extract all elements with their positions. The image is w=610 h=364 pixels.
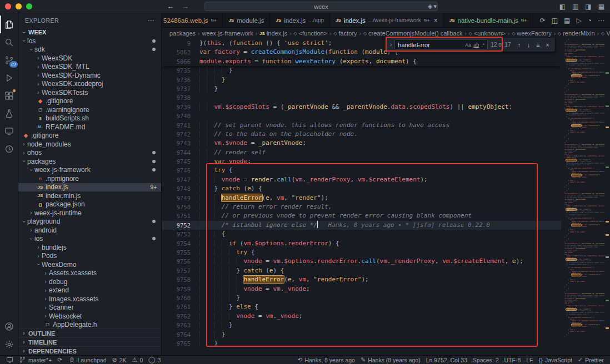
status-git-branch[interactable]: master*+	[16, 356, 54, 363]
run-file-icon[interactable]: ▷	[577, 17, 582, 24]
activity-item-source-control[interactable]: 29	[0, 51, 18, 69]
layout-editor-icon[interactable]: ▤	[564, 17, 570, 24]
tree-item-Scanner[interactable]: ›Scanner	[18, 304, 161, 312]
tree-item-.npmignore[interactable]: n.npmignore	[18, 174, 161, 183]
command-center-search[interactable]: weex	[204, 2, 438, 11]
overview-ruler[interactable]	[604, 39, 610, 355]
breadcrumb-item[interactable]: ◇renderMixin	[558, 30, 595, 37]
section-outline[interactable]: ›OUTLINE	[18, 328, 161, 337]
tree-item-.warningignore[interactable]: ▢.warningignore	[18, 105, 161, 114]
status-launchpad[interactable]: Launchpad	[66, 356, 109, 363]
sidebar-more-actions-icon[interactable]: ⋯	[148, 17, 155, 24]
status-problems-warnings[interactable]: ⚠0	[129, 356, 146, 363]
breadcrumb-item[interactable]: ◇<function>	[294, 30, 328, 37]
tree-item-extend[interactable]: ›extend	[18, 286, 161, 295]
status-encoding[interactable]: UTF-8	[502, 356, 524, 363]
tab-52486a6.web.js[interactable]: 52486a6.web.js9+	[162, 13, 223, 27]
tree-item-WeexSDKTests[interactable]: ›WeexSDKTests	[18, 88, 161, 97]
tree-item-packages[interactable]: ›packages	[18, 157, 161, 166]
activity-item-settings[interactable]	[0, 335, 18, 353]
tree-item-.gitignore[interactable]: ◆.gitignore	[18, 132, 161, 140]
activity-item-testing[interactable]	[0, 104, 18, 122]
open-changes-icon[interactable]: ◔	[588, 17, 592, 24]
tree-item-AppDelegate.h[interactable]: ▢AppDelegate.h	[18, 321, 161, 329]
navigate-forward-icon[interactable]: →	[182, 2, 189, 11]
match-case-toggle[interactable]: Aa	[465, 42, 471, 48]
close-tab-icon[interactable]: ×	[434, 17, 438, 24]
tab-native-bundle-main.js[interactable]: JSnative-bundle-main.js9+	[444, 13, 533, 27]
find-in-selection-icon[interactable]: ≡	[533, 42, 543, 48]
toggle-primary-sidebar-icon[interactable]: ◧	[559, 3, 566, 11]
status-language-mode[interactable]: {}JavaScript	[536, 356, 575, 363]
tree-item-WeexDemo[interactable]: ›WeexDemo	[18, 260, 161, 269]
status-blame-summary[interactable]: ⟲Hanks, 8 years ago	[294, 356, 358, 363]
tree-item-android[interactable]: ›android	[18, 226, 161, 235]
tree-item-index.min.js[interactable]: JSindex.min.js	[18, 191, 161, 200]
tree-item-ios[interactable]: ›ios	[18, 37, 161, 46]
status-eol[interactable]: LF	[523, 356, 536, 363]
minimap[interactable]: } } } vm.$scopedSlots = (_parentVnode &&…	[561, 39, 604, 355]
copilot-menu[interactable]: ◈ ▾	[428, 3, 437, 10]
tree-item-WeexSDK_MTL[interactable]: ›WeexSDK_MTL	[18, 63, 161, 72]
tree-item-weex-js-framework[interactable]: ›weex-js-framework	[18, 166, 161, 175]
toggle-replace-icon[interactable]: ›	[390, 42, 392, 48]
breadcrumb-item[interactable]: JSindex.js	[259, 30, 287, 37]
tree-item-Images.xcassets[interactable]: ›Images.xcassets	[18, 295, 161, 304]
tree-item-debug[interactable]: ›debug	[18, 277, 161, 286]
breadcrumb-item[interactable]: ◇weexFactory	[512, 30, 552, 37]
code-editor[interactable]: 9}(this, (function () { 'use strict';506…	[162, 39, 561, 355]
use-regex-toggle[interactable]: .*	[481, 42, 484, 48]
tree-item-weex-js-runtime[interactable]: ›weex-js-runtime	[18, 209, 161, 218]
breadcrumb-item[interactable]: ◇<unknown>	[469, 30, 506, 37]
tree-item-WeexSDK.xcodeproj[interactable]: ›WeexSDK.xcodeproj	[18, 80, 161, 89]
breadcrumb-item[interactable]: ◇createCommonjsModule() callback	[363, 30, 463, 37]
tree-item-Assets.xcassets[interactable]: ›Assets.xcassets	[18, 269, 161, 278]
tab-index.js[interactable]: JSindex.js.../weex-js-framework9+×	[330, 13, 444, 27]
activity-item-remote-explorer[interactable]	[0, 122, 18, 140]
previous-match-icon[interactable]: ↑	[514, 42, 524, 48]
toggle-secondary-sidebar-icon[interactable]: ◨	[585, 3, 591, 11]
breadcrumb-item[interactable]: weex-js-framework	[202, 30, 253, 37]
workspace-section-header[interactable]: › WEEX	[18, 28, 161, 37]
tree-item-Pods[interactable]: ›Pods	[18, 252, 161, 261]
more-actions-icon[interactable]: ⋯	[598, 17, 604, 24]
find-input[interactable]: handleError Aaab.*	[394, 39, 488, 50]
sync-file-icon[interactable]: ⟳	[540, 17, 546, 24]
window-maximize-button[interactable]	[26, 3, 32, 9]
window-minimize-button[interactable]	[16, 3, 22, 9]
status-remote-window[interactable]	[3, 356, 16, 363]
activity-item-accounts[interactable]	[0, 317, 18, 335]
tab-index.js[interactable]: JSindex.js.../app	[270, 13, 330, 27]
activity-item-run-debug[interactable]	[0, 69, 18, 87]
tree-item-node_modules[interactable]: ›node_modules	[18, 140, 161, 149]
tree-item-WeexSDK[interactable]: ›WeexSDK	[18, 54, 161, 63]
tree-item-.gitignore[interactable]: ◆.gitignore	[18, 97, 161, 106]
status-cursor-position[interactable]: Ln 9752, Col 33	[423, 356, 470, 363]
tree-item-package.json[interactable]: {}package.json	[18, 200, 161, 209]
status-indentation[interactable]: Spaces: 2	[470, 356, 502, 363]
tree-item-buildScripts.sh[interactable]: $buildScripts.sh	[18, 114, 161, 123]
tree-item-WeexSDK-Dynamic[interactable]: ›WeexSDK-Dynamic	[18, 71, 161, 80]
activity-item-explorer[interactable]	[0, 16, 18, 33]
activity-item-extensions[interactable]	[0, 87, 18, 104]
status-commit-info[interactable]: ✎Hanks (8 years ago)	[358, 356, 423, 363]
tree-item-ios[interactable]: ›ios	[18, 235, 161, 244]
tree-item-Websocket[interactable]: ›Websocket	[18, 312, 161, 321]
status-formatter[interactable]: ✓Prettier	[575, 356, 607, 363]
next-match-icon[interactable]: ↓	[524, 42, 533, 48]
tree-item-index.js[interactable]: JSindex.js9+	[18, 183, 161, 192]
tree-item-bundlejs[interactable]: ›bundlejs	[18, 243, 161, 252]
section-dependencies[interactable]: ›DEPENDENCIES	[18, 346, 161, 355]
breadcrumb-item[interactable]: ◇factory	[333, 30, 357, 37]
status-ports[interactable]: ◯3	[146, 356, 163, 363]
tree-item-sdk[interactable]: ›sdk	[18, 46, 161, 54]
status-problems-errors[interactable]: ⊘2K	[109, 356, 129, 363]
activity-item-gitlens[interactable]	[0, 140, 18, 158]
customize-layout-icon[interactable]: ▦	[598, 3, 604, 11]
tree-item-ohos[interactable]: ›ohos	[18, 149, 161, 158]
activity-item-search[interactable]	[0, 33, 18, 51]
split-editor-icon[interactable]: ◫	[552, 17, 558, 24]
toggle-panel-icon[interactable]: ▥	[572, 3, 578, 11]
breadcrumb-item[interactable]: packages	[169, 30, 196, 37]
tree-item-README.md[interactable]: M↓README.md	[18, 123, 161, 132]
